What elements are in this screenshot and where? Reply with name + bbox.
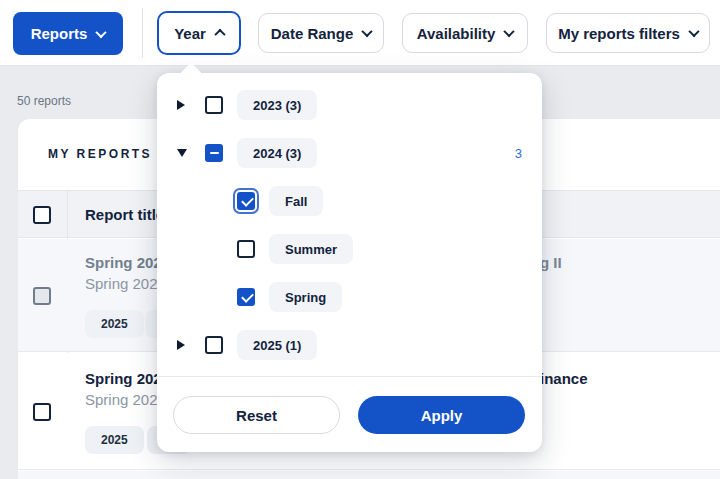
row-checkbox[interactable] xyxy=(33,287,51,305)
tag-pill: 2025 xyxy=(85,426,144,454)
filter-button-my-reports-filters-label: My reports filters xyxy=(558,25,680,42)
spring-label[interactable]: Spring xyxy=(269,282,342,312)
spring-checkbox[interactable] xyxy=(237,288,255,306)
report-column-fragment: inance xyxy=(540,370,588,387)
tree-item-2025[interactable]: 2025 (1) xyxy=(157,321,542,369)
collapse-icon[interactable] xyxy=(177,149,189,157)
summer-label[interactable]: Summer xyxy=(269,234,353,264)
fall-checkbox[interactable] xyxy=(237,192,255,210)
apply-button[interactable]: Apply xyxy=(358,396,525,434)
top-toolbar: Reports Year Date Range Availability My … xyxy=(0,0,720,66)
year-2023-label[interactable]: 2023 (3) xyxy=(237,90,317,120)
tree-item-2024[interactable]: 2024 (3) 3 xyxy=(157,129,542,177)
year-2025-checkbox[interactable] xyxy=(205,336,223,354)
year-2024-label[interactable]: 2024 (3) xyxy=(237,138,317,168)
toolbar-divider xyxy=(142,8,143,58)
reports-button[interactable]: Reports xyxy=(13,12,123,55)
chevron-down-icon xyxy=(688,26,699,37)
chevron-down-icon xyxy=(504,26,515,37)
tree-item-spring[interactable]: Spring xyxy=(157,273,542,321)
tag-pill: 2025 xyxy=(85,310,144,338)
row-checkbox[interactable] xyxy=(33,403,51,421)
tree-item-summer[interactable]: Summer xyxy=(157,225,542,273)
report-column-fragment: g II xyxy=(540,254,562,271)
filter-button-date-range-label: Date Range xyxy=(271,25,354,42)
column-header-report-title[interactable]: Report title xyxy=(85,206,164,223)
filter-button-availability-label: Availability xyxy=(417,25,496,42)
table-row-partial xyxy=(18,471,720,479)
year-2025-label[interactable]: 2025 (1) xyxy=(237,330,317,360)
filter-button-my-reports-filters[interactable]: My reports filters xyxy=(546,13,710,53)
panel-footer: Reset Apply xyxy=(157,396,542,434)
tree-item-2023[interactable]: 2023 (3) xyxy=(157,81,542,129)
card-title: MY REPORTS xyxy=(48,147,152,161)
filter-button-date-range[interactable]: Date Range xyxy=(258,13,384,53)
year-filter-panel: 2023 (3) 2024 (3) 3 Fall Summer xyxy=(157,73,542,452)
screen: Reports Year Date Range Availability My … xyxy=(0,0,720,479)
reports-button-label: Reports xyxy=(31,25,88,42)
filter-button-year-label: Year xyxy=(174,25,206,42)
tree-item-fall[interactable]: Fall xyxy=(157,177,542,225)
report-subtitle: Spring 2025 xyxy=(85,275,166,292)
year-tree: 2023 (3) 2024 (3) 3 Fall Summer xyxy=(157,81,542,369)
expand-icon[interactable] xyxy=(177,100,189,110)
chevron-up-icon xyxy=(214,29,225,40)
filter-button-year[interactable]: Year xyxy=(157,11,241,55)
selected-count-badge: 3 xyxy=(515,146,542,161)
filter-button-availability[interactable]: Availability xyxy=(402,13,528,53)
fall-label[interactable]: Fall xyxy=(269,186,323,216)
chevron-down-icon xyxy=(362,26,373,37)
summer-checkbox[interactable] xyxy=(237,240,255,258)
panel-footer-divider xyxy=(157,376,542,377)
year-2023-checkbox[interactable] xyxy=(205,96,223,114)
report-subtitle: Spring 2025 xyxy=(85,391,166,408)
select-all-checkbox[interactable] xyxy=(33,206,51,224)
year-2024-checkbox[interactable] xyxy=(205,144,223,162)
reset-button[interactable]: Reset xyxy=(173,396,340,434)
chevron-down-icon xyxy=(96,26,107,37)
reports-count: 50 reports xyxy=(17,94,71,108)
expand-icon[interactable] xyxy=(177,340,189,350)
